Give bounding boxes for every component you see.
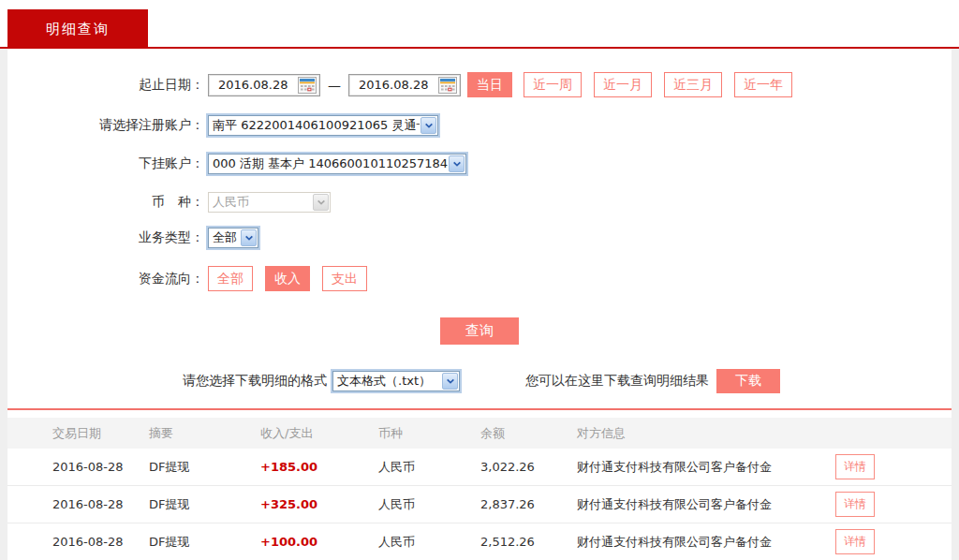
chevron-down-icon bbox=[442, 373, 458, 390]
cell-date: 2016-08-28 bbox=[7, 497, 141, 511]
cell-party: 财付通支付科技有限公司客户备付金 bbox=[569, 496, 835, 513]
detail-button[interactable]: 详情 bbox=[835, 529, 875, 554]
date-range-label: 起止日期： bbox=[7, 77, 208, 94]
currency-row: 币 种： 人民币 bbox=[7, 192, 952, 213]
tab-label: 明细查询 bbox=[46, 21, 110, 38]
sub-account-label: 下挂账户： bbox=[7, 155, 208, 172]
date-from-value: 2016.08.28 bbox=[218, 78, 298, 92]
download-format-value: 文本格式（.txt） bbox=[333, 373, 441, 390]
result-table: 交易日期 摘要 收入/支出 币种 余额 对方信息 2016-08-28 DF提现… bbox=[7, 418, 952, 560]
main-panel: 起止日期： 2016.08.28 — bbox=[7, 49, 952, 560]
query-button[interactable]: 查询 bbox=[440, 317, 519, 345]
cell-currency: 人民币 bbox=[371, 459, 473, 476]
cell-summary: DF提现 bbox=[141, 459, 253, 476]
tab-detail-query[interactable]: 明细查询 bbox=[7, 9, 148, 49]
detail-button[interactable]: 详情 bbox=[835, 492, 875, 517]
calendar-icon[interactable] bbox=[298, 77, 317, 94]
cell-balance: 3,022.26 bbox=[473, 460, 569, 474]
flow-option-label: 收入 bbox=[274, 271, 301, 287]
currency-select: 人民币 bbox=[208, 192, 331, 213]
table-row: 2016-08-28 DF提现 +100.00 人民币 2,512.26 财付通… bbox=[7, 523, 952, 560]
sub-account-select[interactable]: 000 活期 基本户 1406600101102571848 bbox=[208, 154, 466, 174]
chevron-down-icon bbox=[241, 229, 257, 246]
quick-range-today-button[interactable]: 当日 bbox=[467, 72, 512, 97]
cell-amount: +100.00 bbox=[253, 535, 371, 549]
register-account-row: 请选择注册账户： 南平 6222001406100921065 灵通卡 bbox=[7, 115, 952, 136]
download-row: 请您选择下载明细的格式 文本格式（.txt） 您可以在这里下载查询明细结果 下载 bbox=[7, 369, 952, 393]
flow-option-label: 全部 bbox=[217, 271, 243, 287]
flow-option-label: 支出 bbox=[332, 271, 358, 287]
quick-range-year-button[interactable]: 近一年 bbox=[734, 72, 792, 97]
register-account-select[interactable]: 南平 6222001406100921065 灵通卡 bbox=[208, 115, 438, 136]
cell-amount: +185.00 bbox=[253, 460, 371, 474]
cell-balance: 2,837.26 bbox=[473, 497, 569, 511]
table-row: 2016-08-28 DF提现 +185.00 人民币 3,022.26 财付通… bbox=[7, 449, 952, 486]
cell-summary: DF提现 bbox=[141, 534, 253, 551]
biz-type-row: 业务类型： 全部 bbox=[7, 228, 952, 248]
col-header-summary: 摘要 bbox=[141, 425, 253, 442]
table-row: 2016-08-28 DF提现 +325.00 人民币 2,837.26 财付通… bbox=[7, 486, 952, 523]
quick-range-label: 近三月 bbox=[673, 77, 713, 94]
register-account-value: 南平 6222001406100921065 灵通卡 bbox=[209, 117, 420, 134]
date-separator: — bbox=[328, 78, 341, 93]
calendar-icon[interactable] bbox=[438, 77, 457, 94]
register-account-label: 请选择注册账户： bbox=[7, 117, 208, 134]
tab-bar: 明细查询 bbox=[0, 0, 959, 49]
col-header-balance: 余额 bbox=[473, 425, 569, 442]
cell-currency: 人民币 bbox=[371, 534, 473, 551]
cell-party: 财付通支付科技有限公司客户备付金 bbox=[569, 534, 835, 551]
col-header-amount: 收入/支出 bbox=[253, 425, 371, 442]
fund-flow-label: 资金流向： bbox=[7, 271, 208, 287]
date-from-input[interactable]: 2016.08.28 bbox=[208, 74, 320, 96]
date-to-value: 2016.08.28 bbox=[359, 78, 438, 92]
quick-range-label: 近一年 bbox=[744, 77, 783, 94]
quick-range-3month-button[interactable]: 近三月 bbox=[664, 72, 722, 97]
quick-range-month-button[interactable]: 近一月 bbox=[594, 72, 652, 97]
currency-label: 币 种： bbox=[7, 194, 208, 211]
cell-date: 2016-08-28 bbox=[7, 535, 141, 549]
quick-range-label: 近一周 bbox=[533, 77, 572, 94]
quick-range-week-button[interactable]: 近一周 bbox=[524, 72, 582, 97]
detail-button[interactable]: 详情 bbox=[835, 454, 875, 479]
cell-amount: +325.00 bbox=[253, 497, 371, 511]
download-button[interactable]: 下载 bbox=[716, 369, 780, 393]
cell-balance: 2,512.26 bbox=[473, 535, 569, 549]
table-header: 交易日期 摘要 收入/支出 币种 余额 对方信息 bbox=[7, 418, 952, 449]
date-to-input[interactable]: 2016.08.28 bbox=[348, 74, 461, 96]
chevron-down-icon bbox=[420, 117, 436, 134]
query-form: 起止日期： 2016.08.28 — bbox=[7, 49, 952, 410]
cell-summary: DF提现 bbox=[141, 496, 253, 513]
col-header-date: 交易日期 bbox=[7, 425, 141, 442]
flow-income-button[interactable]: 收入 bbox=[265, 266, 310, 291]
cell-date: 2016-08-28 bbox=[7, 460, 141, 474]
quick-range-label: 当日 bbox=[477, 77, 503, 94]
sub-account-row: 下挂账户： 000 活期 基本户 1406600101102571848 bbox=[7, 154, 952, 174]
biz-type-label: 业务类型： bbox=[7, 229, 208, 246]
quick-range-label: 近一月 bbox=[603, 77, 642, 94]
flow-all-button[interactable]: 全部 bbox=[208, 266, 253, 291]
chevron-down-icon bbox=[449, 155, 465, 172]
currency-value: 人民币 bbox=[209, 194, 312, 211]
download-format-label: 请您选择下载明细的格式 bbox=[183, 373, 327, 390]
chevron-down-icon bbox=[313, 194, 329, 211]
col-header-currency: 币种 bbox=[371, 425, 473, 442]
date-range-row: 起止日期： 2016.08.28 — bbox=[7, 72, 952, 97]
col-header-party: 对方信息 bbox=[569, 425, 835, 442]
sub-account-value: 000 活期 基本户 1406600101102571848 bbox=[209, 155, 448, 172]
cell-currency: 人民币 bbox=[371, 496, 473, 513]
biz-type-value: 全部 bbox=[209, 229, 240, 246]
fund-flow-row: 资金流向： 全部 收入 支出 bbox=[7, 266, 952, 291]
biz-type-select[interactable]: 全部 bbox=[208, 228, 258, 248]
download-format-select[interactable]: 文本格式（.txt） bbox=[332, 371, 460, 391]
download-hint: 您可以在这里下载查询明细结果 bbox=[525, 373, 709, 390]
cell-party: 财付通支付科技有限公司客户备付金 bbox=[569, 459, 835, 476]
flow-expense-button[interactable]: 支出 bbox=[322, 266, 367, 291]
